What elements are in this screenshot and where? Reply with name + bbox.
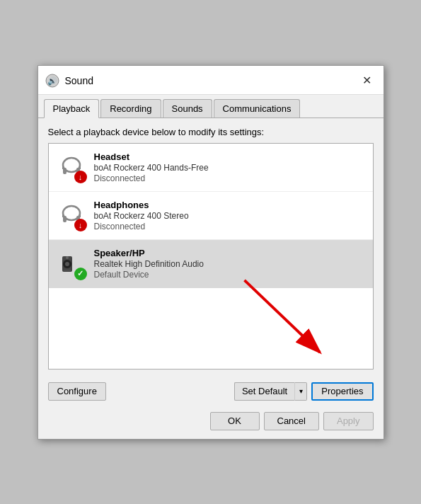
set-default-button[interactable]: Set Default (234, 382, 294, 401)
device-item-headphones[interactable]: ↓ Headphones boAt Rockerz 400 Stereo Dis… (49, 192, 373, 240)
apply-button[interactable]: Apply (323, 412, 374, 430)
headset-info: Headset boAt Rockerz 400 Hands-Free Disc… (94, 151, 209, 183)
tab-recording[interactable]: Recording (100, 99, 161, 118)
speaker-status: Default Device (94, 270, 204, 280)
window-title: Sound (65, 75, 93, 86)
title-bar-left: 🔊 Sound (45, 74, 93, 88)
headphones-info: Headphones boAt Rockerz 400 Stereo Disco… (94, 200, 189, 231)
tab-sounds[interactable]: Sounds (163, 99, 212, 118)
properties-button[interactable]: Properties (311, 382, 373, 401)
headphones-status-badge: ↓ (74, 219, 87, 231)
speaker-name: Speaker/HP (94, 248, 204, 258)
svg-point-15 (66, 256, 69, 259)
device-item-headset[interactable]: ↓ Headset boAt Rockerz 400 Hands-Free Di… (49, 144, 373, 192)
set-default-dropdown[interactable]: ▾ (294, 382, 307, 401)
device-list-wrapper: ↓ Headset boAt Rockerz 400 Hands-Free Di… (48, 143, 374, 370)
headphones-name: Headphones (94, 200, 189, 210)
set-default-wrap: Set Default ▾ (234, 382, 307, 401)
svg-point-14 (65, 262, 69, 266)
speaker-sub: Realtek High Definition Audio (94, 259, 204, 269)
headphones-status: Disconnected (94, 222, 189, 231)
headset-sub: boAt Rockerz 400 Hands-Free (94, 163, 209, 173)
speaker-status-badge: ✓ (74, 268, 87, 280)
ok-button[interactable]: OK (210, 412, 260, 430)
device-icon-speaker: ✓ (56, 246, 87, 282)
device-icon-headset: ↓ (56, 149, 87, 185)
device-item-speaker[interactable]: ✓ Speaker/HP Realtek High Definition Aud… (49, 240, 373, 288)
title-bar: 🔊 Sound ✕ (38, 66, 383, 95)
device-icon-headphones: ↓ (56, 197, 87, 233)
headset-status: Disconnected (94, 173, 209, 183)
close-button[interactable]: ✕ (358, 71, 376, 90)
headphones-sub: boAt Rockerz 400 Stereo (94, 211, 189, 221)
instruction-text: Select a playback device below to modify… (48, 127, 374, 137)
tab-communications[interactable]: Communications (214, 99, 301, 118)
sound-title-icon: 🔊 (45, 74, 59, 88)
speaker-info: Speaker/HP Realtek High Definition Audio… (94, 248, 204, 280)
tabs-bar: Playback Recording Sounds Communications (38, 95, 383, 118)
headset-name: Headset (94, 151, 209, 162)
device-list: ↓ Headset boAt Rockerz 400 Hands-Free Di… (48, 143, 374, 370)
content-area: Select a playback device below to modify… (38, 118, 383, 377)
cancel-button[interactable]: Cancel (264, 412, 319, 430)
configure-button[interactable]: Configure (48, 382, 106, 401)
tab-playback[interactable]: Playback (44, 99, 100, 118)
bottom-bar: Configure Set Default ▾ Properties (38, 377, 383, 408)
svg-text:🔊: 🔊 (47, 76, 57, 86)
dialog-footer: OK Cancel Apply (38, 408, 383, 439)
sound-dialog: 🔊 Sound ✕ Playback Recording Sounds Comm… (38, 65, 384, 440)
headset-status-badge: ↓ (74, 171, 87, 183)
